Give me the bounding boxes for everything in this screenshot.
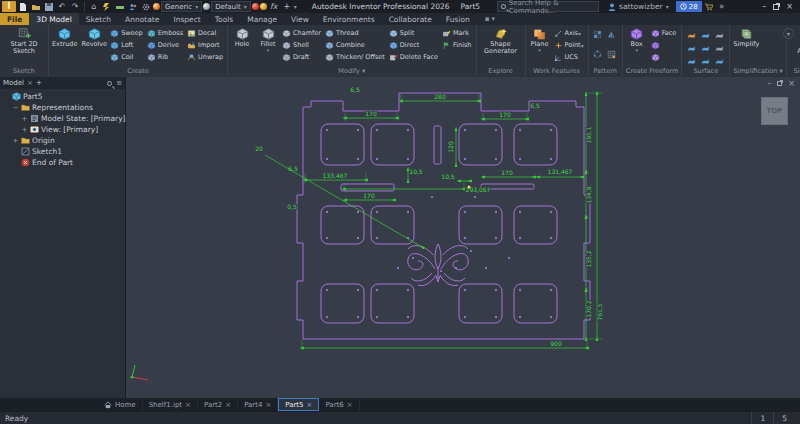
finish-button[interactable]: Finish xyxy=(441,39,475,51)
draft-button[interactable]: Draft xyxy=(281,51,324,63)
search-input[interactable]: Search Help & Commands... xyxy=(497,1,599,12)
point-button[interactable]: Point ▾ xyxy=(553,39,587,51)
graphics-canvas[interactable]: 2801701706,56,56,50,520133,46717010,5120… xyxy=(126,77,800,398)
expand-toggle-icon[interactable]: − xyxy=(12,104,19,112)
ribbon-tab-annotate[interactable]: Annotate xyxy=(118,13,166,25)
ribbon-collapse-icon[interactable]: ▾ xyxy=(783,28,794,39)
dimension-label[interactable]: 280 xyxy=(434,93,446,100)
dimension-label[interactable]: 20 xyxy=(255,145,263,152)
fillet-button[interactable]: Fillet▾ xyxy=(255,25,281,67)
sketch-point[interactable] xyxy=(474,196,476,198)
shell-button[interactable]: Shell xyxy=(281,39,324,51)
ribbon-tab-file[interactable]: File xyxy=(0,13,29,25)
browser-search-icon[interactable] xyxy=(107,81,112,86)
doc-tab-home[interactable]: Home xyxy=(98,398,143,411)
doc-tab-part5[interactable]: Part5× xyxy=(278,398,319,411)
simplify-button[interactable]: Simplify xyxy=(731,25,761,67)
ribbon-tab-manage[interactable]: Manage xyxy=(240,13,284,25)
doc-tab-part4[interactable]: Part4× xyxy=(238,398,278,411)
sketch-point[interactable] xyxy=(470,250,472,252)
dimension-label[interactable]: 6,5 xyxy=(350,86,360,93)
circular-pattern-button[interactable] xyxy=(592,48,605,60)
box-button[interactable]: Box▾ xyxy=(624,25,650,67)
browser-menu-icon[interactable]: ≡ xyxy=(116,79,122,87)
shape-generator-button[interactable]: Shape Generator xyxy=(478,25,524,67)
decal-button[interactable]: Decal xyxy=(186,27,226,39)
ribbon-tab-collaborate[interactable]: Collaborate xyxy=(382,13,439,25)
highlighted-point[interactable] xyxy=(468,186,471,189)
tree-item-representations[interactable]: −Representations xyxy=(0,102,125,113)
surface-extend-button[interactable] xyxy=(685,41,698,53)
dimension-label[interactable]: 131,467 xyxy=(548,168,573,175)
ucs-button[interactable]: UCS xyxy=(553,51,587,63)
dimension-label[interactable]: 170 xyxy=(499,111,511,118)
parameters-fx-icon[interactable]: fx xyxy=(268,1,280,12)
add-qat-icon[interactable]: + xyxy=(281,1,293,12)
sweep-button[interactable]: Sweep xyxy=(109,27,146,39)
dimension-label[interactable]: 120 xyxy=(447,141,454,153)
tree-item-sketch1[interactable]: Sketch1 xyxy=(0,146,125,157)
dimension-label[interactable]: 135,2 xyxy=(585,250,592,267)
close-tab-icon[interactable]: × xyxy=(225,401,231,409)
dimension-label[interactable]: 10,5 xyxy=(441,173,455,180)
dimension-label[interactable]: 170,2 xyxy=(585,300,592,317)
restore-button[interactable] xyxy=(773,4,779,10)
surface-delete-button[interactable] xyxy=(685,55,698,67)
extrude-button[interactable]: Extrude xyxy=(50,25,79,67)
rectangular-pattern-button[interactable] xyxy=(592,28,605,40)
doc-restore-button[interactable] xyxy=(777,81,782,86)
surface-sculpt-button[interactable] xyxy=(699,41,712,53)
sketch-point[interactable] xyxy=(455,267,457,269)
dimension-label[interactable]: 170 xyxy=(363,192,375,199)
add-browser-tab-icon[interactable]: + xyxy=(36,79,42,87)
import-button[interactable]: Import xyxy=(186,39,226,51)
appearance-combo[interactable]: Default ▾ xyxy=(211,1,251,12)
tree-item-end-of-part[interactable]: End of Part xyxy=(0,157,125,168)
mirror-button[interactable] xyxy=(606,28,619,40)
close-tab-icon[interactable]: × xyxy=(307,401,313,409)
plane-button[interactable]: Plane▾ xyxy=(527,25,553,67)
trial-countdown-badge[interactable]: 28 xyxy=(676,1,702,12)
dimension-label[interactable]: 761,5 xyxy=(596,303,603,320)
new-file-icon[interactable] xyxy=(17,1,29,12)
thread-button[interactable]: Thread xyxy=(324,27,388,39)
material-combo[interactable]: Generic ▾ xyxy=(161,1,202,12)
close-tab-icon[interactable]: × xyxy=(265,401,271,409)
ribbon-tab-environments[interactable]: Environments xyxy=(316,13,382,25)
tree-item-part5[interactable]: Part5 xyxy=(0,91,125,102)
sketch-point[interactable] xyxy=(412,257,414,259)
delete-face-button[interactable]: Delete Face xyxy=(388,51,441,63)
split-button[interactable]: Split xyxy=(388,27,441,39)
expand-toggle-icon[interactable]: + xyxy=(21,115,28,123)
hole-button[interactable]: Hole xyxy=(229,25,255,67)
slot-cutout[interactable] xyxy=(434,126,441,164)
ribbon-tab-3d-model[interactable]: 3D Model xyxy=(29,13,78,25)
dimension-label[interactable]: 133,467 xyxy=(323,172,348,179)
user-account[interactable]: sattowizber ▾ xyxy=(608,2,669,11)
ribbon-tab-fusion[interactable]: Fusion xyxy=(439,13,477,25)
doc-tab-shelf1-ipt[interactable]: Shelf1.ipt× xyxy=(143,398,198,411)
loft-button[interactable]: Loft xyxy=(109,39,146,51)
chamfer-button[interactable]: Chamfer xyxy=(281,27,324,39)
clear-ball-icon[interactable] xyxy=(260,3,267,10)
dimension-label[interactable]: 195,1 xyxy=(585,126,592,143)
toolbar-overflow-icon[interactable]: » xyxy=(716,1,728,12)
dimension-label[interactable]: 0,5 xyxy=(287,203,297,210)
thicken-offset-button[interactable]: Thicken/ Offset xyxy=(324,51,388,63)
expand-toggle-icon[interactable]: + xyxy=(21,126,28,134)
tree-item-view-primary[interactable]: +View: [Primary] xyxy=(0,124,125,135)
unwrap-button[interactable]: Unwrap xyxy=(186,51,226,63)
sketch-point[interactable] xyxy=(397,267,399,269)
tree-item-origin[interactable]: +Origin xyxy=(0,135,125,146)
dimension-label[interactable]: 6,5 xyxy=(288,165,298,172)
home-icon[interactable]: ⌂ xyxy=(88,1,100,12)
sketch-pattern-button[interactable] xyxy=(606,48,619,60)
doc-tab-part2[interactable]: Part2× xyxy=(198,398,238,411)
qat-overflow-icon[interactable]: ▾ xyxy=(294,3,297,10)
rib-button[interactable]: Rib xyxy=(146,51,186,63)
measure-icon[interactable] xyxy=(114,1,126,12)
dimension-label[interactable]: 900 xyxy=(550,340,562,347)
dimension-label[interactable]: 170 xyxy=(365,110,377,117)
expand-toggle-icon[interactable]: + xyxy=(12,137,19,145)
browser-tab-model[interactable]: Model xyxy=(3,79,24,87)
